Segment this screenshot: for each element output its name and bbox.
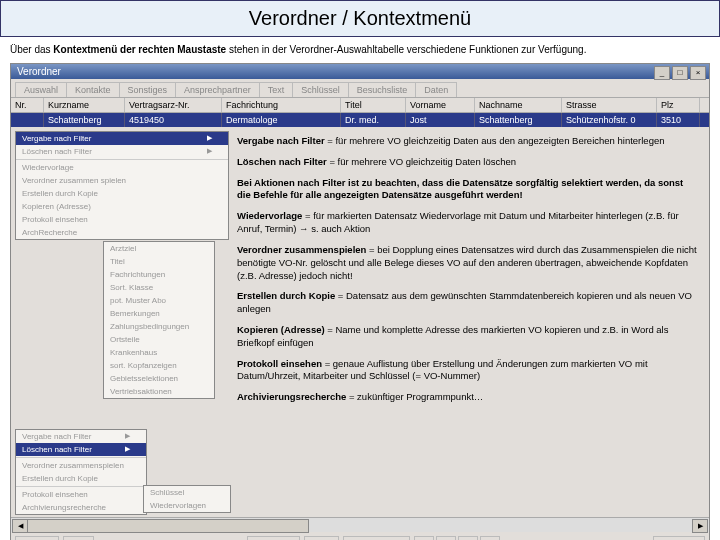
maximize-button[interactable]: □ xyxy=(672,66,688,80)
cell-fachrichtung: Dermatologe xyxy=(222,113,341,127)
cell-vorname: Jost xyxy=(406,113,475,127)
menu-item-label: pot. Muster Abo xyxy=(110,296,166,305)
menu-item-label: Schlüssel xyxy=(150,488,184,497)
menu-item-label: Archivierungsrecherche xyxy=(22,503,106,512)
description-item: Protokoll einsehen = genaue Auflistung ü… xyxy=(237,358,697,384)
menu-item[interactable]: Ortsteile xyxy=(104,333,214,346)
tab-text[interactable]: Text xyxy=(259,82,294,97)
col-kurzname: Kurzname xyxy=(44,98,125,112)
description-text: = zukünftiger Programmpunkt… xyxy=(346,391,483,402)
tab-daten[interactable]: Daten xyxy=(415,82,457,97)
menu-item[interactable]: sort. Kopfanzeigen xyxy=(104,359,214,372)
context-submenu-1: ArztzielTitelFachrichtungenSort. Klassep… xyxy=(103,241,215,399)
menu-item[interactable]: pot. Muster Abo xyxy=(104,294,214,307)
speichern-button[interactable]: speichern xyxy=(247,536,300,540)
cell-titel: Dr. med. xyxy=(341,113,406,127)
description-item: Archivierungsrecherche = zukünftiger Pro… xyxy=(237,391,697,404)
tab-kontakte[interactable]: Kontakte xyxy=(66,82,120,97)
menu-item[interactable]: Erstellen durch Kopie xyxy=(16,187,228,200)
menu-item[interactable]: Kopieren (Adresse) xyxy=(16,200,228,213)
description-item: Löschen nach Filter = für mehrere VO gle… xyxy=(237,156,697,169)
menu-item[interactable]: Schlüssel xyxy=(144,486,230,499)
menu-item-label: Löschen nach Filter xyxy=(22,445,92,454)
auswahl-button[interactable]: Auswahl 1-21 xyxy=(343,536,409,540)
tab-schluessel[interactable]: Schlüssel xyxy=(292,82,349,97)
menu-item[interactable]: Sort. Klasse xyxy=(104,281,214,294)
table-header: Nr. Kurzname Vertragsarz-Nr. Fachrichtun… xyxy=(11,97,709,113)
window-title-text: Verordner xyxy=(17,66,61,77)
menu-item[interactable]: Wiedervorlage xyxy=(16,161,228,174)
menu-item[interactable]: Vergabe nach Filter▶ xyxy=(16,132,228,145)
scroll-thumb[interactable] xyxy=(27,519,309,533)
menu-item[interactable]: Titel xyxy=(104,255,214,268)
nav-last-button[interactable]: ▶| xyxy=(480,536,500,540)
horizontal-scrollbar[interactable]: ◀ ▶ xyxy=(11,517,709,532)
minimize-button[interactable]: _ xyxy=(654,66,670,80)
menu-item[interactable]: Gebietsselektionen xyxy=(104,372,214,385)
description-item: Wiedervorlage = für markierten Datensatz… xyxy=(237,210,697,236)
menu-item[interactable]: Löschen nach Filter▶ xyxy=(16,145,228,158)
nav-first-button[interactable]: |◀ xyxy=(414,536,434,540)
close-button[interactable]: × xyxy=(690,66,706,80)
tab-ansprechpartner[interactable]: Ansprechpartner xyxy=(175,82,260,97)
menu-item[interactable]: ArchRecherche xyxy=(16,226,228,239)
suchen-button[interactable]: suchen xyxy=(15,536,59,540)
menu-separator xyxy=(16,159,228,160)
table-row[interactable]: Schattenberg 4519450 Dermatologe Dr. med… xyxy=(11,113,709,127)
menu-item-label: Gebietsselektionen xyxy=(110,374,178,383)
app-window: Verordner _ □ × Auswahl Kontakte Sonstig… xyxy=(10,63,710,540)
menu-item[interactable]: Bemerkungen xyxy=(104,307,214,320)
menu-item[interactable]: Protokoll einsehen xyxy=(16,213,228,226)
col-plz: Plz xyxy=(657,98,700,112)
cell-plz: 3510 xyxy=(657,113,700,127)
description-item: Verordner zusammenspielen = bei Dopplung… xyxy=(237,244,697,282)
cell-strasse: Schützenhofstr. 0 xyxy=(562,113,657,127)
menu-item-label: Erstellen durch Kopie xyxy=(22,189,98,198)
cell-vertragsarz: 4519450 xyxy=(125,113,222,127)
neu-button[interactable]: neu xyxy=(63,536,94,540)
context-menus: Vergabe nach Filter▶Löschen nach Filter▶… xyxy=(13,129,231,515)
description-term: Protokoll einsehen xyxy=(237,358,322,369)
menu-item[interactable]: Vertriebsaktionen xyxy=(104,385,214,398)
menu-item-label: Verordner zusammen spielen xyxy=(22,176,126,185)
nav-next-button[interactable]: ▶ xyxy=(458,536,478,540)
menu-item-label: Kopieren (Adresse) xyxy=(22,202,91,211)
menu-item[interactable]: Fachrichtungen xyxy=(104,268,214,281)
tab-besuchsliste[interactable]: Besuchsliste xyxy=(348,82,417,97)
col-vertragsarz: Vertragsarz-Nr. xyxy=(125,98,222,112)
menu-separator xyxy=(16,486,146,487)
filter-button[interactable]: Filter xyxy=(304,536,340,540)
description-term: Archivierungsrecherche xyxy=(237,391,346,402)
menu-item[interactable]: Protokoll einsehen xyxy=(16,488,146,501)
intro-post: stehen in der Verordner-Auswahltabelle v… xyxy=(226,44,586,55)
description-item: Vergabe nach Filter = für mehrere VO gle… xyxy=(237,135,697,148)
menu-item[interactable]: Zahlungsbedingungen xyxy=(104,320,214,333)
schliessen-button[interactable]: schließen xyxy=(653,536,705,540)
menu-item-label: Bemerkungen xyxy=(110,309,160,318)
menu-item[interactable]: Erstellen durch Kopie xyxy=(16,472,146,485)
menu-item[interactable]: Arztziel xyxy=(104,242,214,255)
context-menu-2: Vergabe nach Filter▶Löschen nach Filter▶… xyxy=(15,429,147,515)
menu-item-label: Erstellen durch Kopie xyxy=(22,474,98,483)
submenu-arrow-icon: ▶ xyxy=(125,432,130,441)
description-term: Bei Aktionen nach Filter ist zu beachten… xyxy=(237,177,683,201)
tab-sonstiges[interactable]: Sonstiges xyxy=(119,82,177,97)
tab-auswahl[interactable]: Auswahl xyxy=(15,82,67,97)
description-term: Löschen nach Filter xyxy=(237,156,327,167)
cell-nr xyxy=(11,113,44,127)
scroll-left-button[interactable]: ◀ xyxy=(12,519,28,533)
menu-item[interactable]: Verordner zusammenspielen xyxy=(16,459,146,472)
menu-item[interactable]: Löschen nach Filter▶ xyxy=(16,443,146,456)
nav-prev-button[interactable]: ◀ xyxy=(436,536,456,540)
col-nr: Nr. xyxy=(11,98,44,112)
menu-item-label: Wiedervorlage xyxy=(22,163,74,172)
menu-item[interactable]: Verordner zusammen spielen xyxy=(16,174,228,187)
menu-item[interactable]: Archivierungsrecherche xyxy=(16,501,146,514)
context-menu-1: Vergabe nach Filter▶Löschen nach Filter▶… xyxy=(15,131,229,240)
menu-item-label: ArchRecherche xyxy=(22,228,77,237)
scroll-right-button[interactable]: ▶ xyxy=(692,519,708,533)
context-submenu-2: SchlüsselWiedervorlagen xyxy=(143,485,231,513)
menu-item[interactable]: Vergabe nach Filter▶ xyxy=(16,430,146,443)
menu-item[interactable]: Wiedervorlagen xyxy=(144,499,230,512)
menu-item[interactable]: Krankenhaus xyxy=(104,346,214,359)
